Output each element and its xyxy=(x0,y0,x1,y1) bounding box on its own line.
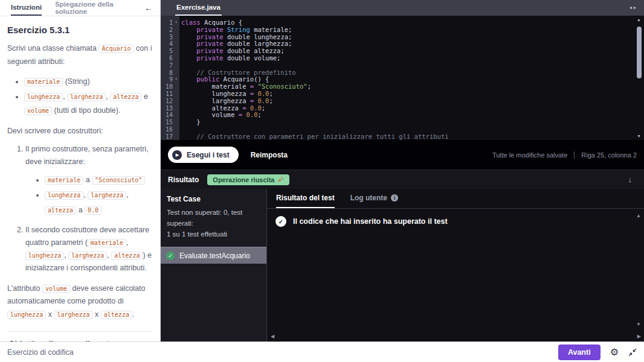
inline-code-chip: lunghezza xyxy=(24,93,63,101)
collapse-panel-arrow-icon[interactable]: ← xyxy=(144,0,153,16)
code-line[interactable]: 15 } xyxy=(161,119,644,126)
collapse-fullscreen-icon[interactable] xyxy=(628,348,637,357)
next-button[interactable]: Avanti xyxy=(558,345,601,360)
run-tests-button[interactable]: ▶ Esegui i test xyxy=(168,147,239,163)
scroll-up-icon[interactable]: ▲ xyxy=(637,17,641,22)
code-text: private double volume; xyxy=(179,55,280,62)
left-tab-bar: Istruzioni Spiegazione della soluzione ← xyxy=(0,0,160,16)
line-number: 13 xyxy=(161,105,173,112)
attribute-item: lunghezza, larghezza, altezza e volume (… xyxy=(24,90,153,118)
party-popper-icon xyxy=(277,176,284,183)
line-number: 2 xyxy=(161,27,173,34)
line-number: 9 xyxy=(161,76,173,83)
init-list: materiale a "Sconosciuto"lunghezza, larg… xyxy=(25,173,153,218)
test-case-title: Test Case xyxy=(161,195,266,203)
fold-icon[interactable]: ▾ xyxy=(173,19,179,27)
result-header: Risultato Operazione riuscita ↓ xyxy=(161,170,644,189)
text-run: , xyxy=(126,191,128,199)
footer-actions: Avanti ⚙ xyxy=(558,345,637,360)
app: Istruzioni Spiegazione della soluzione ←… xyxy=(0,0,644,362)
code-line[interactable]: 14 volume = 0.0; xyxy=(161,112,644,119)
scroll-up-icon[interactable]: ▲ xyxy=(636,213,641,218)
tab-risultato-del-test[interactable]: Risultato del test xyxy=(276,189,335,208)
reset-button[interactable]: Reimposta xyxy=(251,151,288,159)
text-run: a xyxy=(76,206,85,214)
inline-code-chip: 0.0 xyxy=(85,206,101,215)
test-item-row[interactable]: ✓ Evaluate.testAcquario xyxy=(161,247,266,264)
inline-code-chip: larghezza xyxy=(68,252,107,260)
tab-exercise-java[interactable]: Exercise.java xyxy=(175,0,222,16)
text-run: Scrivi una classe chiamata xyxy=(7,44,98,52)
success-badge: Operazione riuscita xyxy=(207,174,289,185)
inline-code-chip: materiale xyxy=(45,176,83,185)
tab-log-utente[interactable]: Log utente i xyxy=(350,189,398,208)
code-lines: 1▾class Acquario {2 private String mater… xyxy=(161,16,644,140)
test-summary-line: Test non superati: 0, test superati: xyxy=(167,208,260,229)
collapse-results-icon[interactable]: ↓ xyxy=(628,175,633,184)
info-icon: i xyxy=(391,194,398,202)
tab-spiegazione-soluzione[interactable]: Spiegazione della soluzione xyxy=(55,0,131,16)
fold-slot xyxy=(173,112,179,119)
result-detail-column: Risultato del test Log utente i ✓ Il cod… xyxy=(267,189,644,341)
constructor-text: Il secondo costruttore deve accettare qu… xyxy=(25,224,153,275)
init-item: lunghezza, larghezza, altezza a 0.0 xyxy=(45,188,153,218)
learning-objective-header[interactable]: Obiettivo di apprendimento xyxy=(7,332,153,341)
scroll-down-icon[interactable]: ▼ xyxy=(637,134,641,138)
play-icon: ▶ xyxy=(172,150,182,160)
fold-slot xyxy=(173,40,179,48)
fold-icon[interactable]: ▾ xyxy=(173,76,179,83)
gear-icon[interactable]: ⚙ xyxy=(610,348,619,357)
inline-code-chip: volume xyxy=(24,107,52,115)
scroll-right-icon[interactable]: ▶ xyxy=(637,334,641,339)
log-utente-label: Log utente xyxy=(350,194,387,202)
line-number: 11 xyxy=(161,91,173,98)
success-check-icon: ✓ xyxy=(275,216,286,227)
inline-code-chip: altezza xyxy=(45,206,76,215)
cursor-position: Riga 25, colonna 2 xyxy=(574,151,637,159)
line-number: 4 xyxy=(161,40,173,48)
inline-code-chip: lunghezza xyxy=(7,311,46,319)
code-text: } xyxy=(179,119,201,126)
expand-horizontal-icon[interactable]: ◂ ▸ xyxy=(630,5,636,10)
code-text: // Costruttore con parametri per inizial… xyxy=(179,133,449,140)
results-region: Test Case Test non superati: 0, test sup… xyxy=(161,189,644,341)
run-tests-label: Esegui i test xyxy=(187,151,230,159)
test-summary: Test non superati: 0, test superati:1 su… xyxy=(161,208,266,240)
result-message-row: ✓ Il codice che hai inserito ha superato… xyxy=(267,209,644,234)
text-run: , xyxy=(126,238,128,247)
volume-note: L'attributo volume deve essere calcolato… xyxy=(7,282,153,322)
code-line[interactable]: 6 private double volume; xyxy=(161,55,644,62)
inline-code-chip: volume xyxy=(42,285,70,293)
fold-slot xyxy=(173,119,179,126)
fold-slot xyxy=(173,133,179,140)
attribute-list: materiale (String)lunghezza, larghezza, … xyxy=(7,75,153,118)
exercise-type-label: Esercizio di codifica xyxy=(7,348,74,357)
editor-tab-bar: Exercise.java ◂ ▸ xyxy=(161,0,644,16)
inline-code-chip: larghezza xyxy=(54,311,92,319)
line-number: 5 xyxy=(161,48,173,55)
result-message: Il codice che hai inserito ha superato i… xyxy=(293,216,448,226)
exercise-title: Esercizio 5.3.1 xyxy=(7,25,153,35)
save-status: Tutte le modifiche salvate Riga 25, colo… xyxy=(492,151,637,159)
bottom-bar: Esercizio di codifica Avanti ⚙ xyxy=(0,341,644,362)
inline-code-chip: Acquario xyxy=(98,45,134,53)
scroll-down-icon[interactable]: ▼ xyxy=(636,322,641,327)
line-number: 1 xyxy=(161,19,173,27)
constructor-text: Il primo costruttore, senza parametri, d… xyxy=(25,143,153,169)
tab-istruzioni[interactable]: Istruzioni xyxy=(11,0,42,16)
fold-slot xyxy=(173,91,179,98)
fold-slot xyxy=(173,55,179,62)
text-run: x xyxy=(93,310,101,319)
fold-slot xyxy=(173,126,179,133)
fold-slot xyxy=(173,98,179,105)
exercise-intro: Scrivi una classe chiamata Acquario con … xyxy=(7,42,153,69)
check-circle-icon: ✓ xyxy=(166,252,175,260)
code-line[interactable]: 17 // Costruttore con parametri per iniz… xyxy=(161,133,644,140)
code-editor[interactable]: 1▾class Acquario {2 private String mater… xyxy=(161,16,644,140)
inline-code-chip: altezza xyxy=(111,252,143,260)
success-badge-label: Operazione riuscita xyxy=(213,176,274,183)
editor-scrollbar[interactable]: ▲ ▼ xyxy=(635,16,643,140)
scroll-left-icon[interactable]: ◀ xyxy=(271,334,274,339)
scrollbar-thumb[interactable] xyxy=(637,27,642,78)
text-run: (tutti di tipo double). xyxy=(52,106,120,115)
